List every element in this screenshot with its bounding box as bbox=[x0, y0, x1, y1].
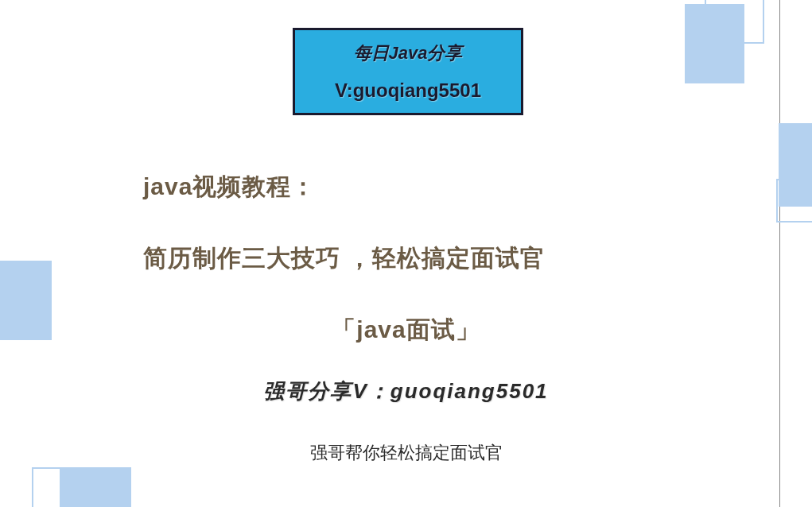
footer-tagline: 强哥帮你轻松搞定面试官 bbox=[0, 441, 812, 465]
header-banner: 每日Java分享 V:guoqiang5501 bbox=[293, 28, 523, 115]
vertical-divider bbox=[779, 0, 780, 507]
subtitle-contact: 强哥分享V：guoqiang5501 bbox=[0, 377, 812, 405]
decoration-square bbox=[60, 467, 131, 507]
main-title-line3: 「java面试」 bbox=[0, 314, 812, 346]
header-title: 每日Java分享 bbox=[354, 41, 463, 65]
main-title-line1: java视频教程： bbox=[143, 171, 316, 203]
header-contact: V:guoqiang5501 bbox=[335, 79, 481, 102]
decoration-square-outline bbox=[776, 179, 812, 223]
main-title-line2: 简历制作三大技巧 ，轻松搞定面试官 bbox=[143, 242, 545, 275]
decoration-square-outline bbox=[705, 0, 764, 44]
